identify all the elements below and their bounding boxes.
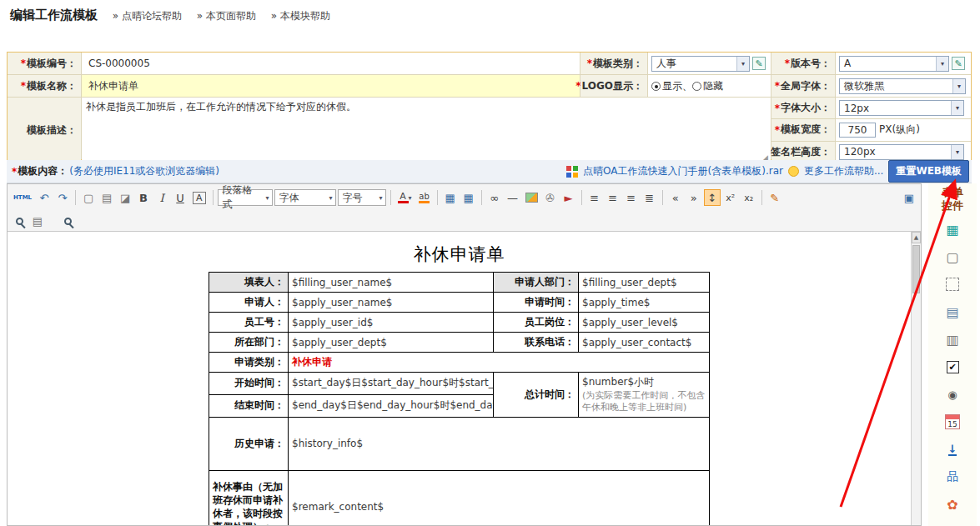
link-button[interactable]: ∞	[486, 189, 503, 206]
outdent-button[interactable]: «	[667, 189, 684, 206]
grid-control-icon[interactable]: ▤	[943, 303, 962, 321]
format-eraser-button[interactable]: ◪	[117, 189, 133, 206]
chevron-down-icon: ▾	[951, 145, 963, 159]
template-type-select[interactable]: 人事 ▾	[651, 56, 750, 72]
chevron-down-icon: ▾	[329, 194, 333, 202]
application-form-table: 填表人： $filling_user_name$ 申请人部门： $filling…	[209, 272, 710, 525]
border-text-button[interactable]: A	[193, 192, 206, 204]
font-family-select[interactable]: 字体 ▾	[274, 189, 336, 206]
document-title: 补休申请单	[8, 243, 911, 266]
template-desc-textarea[interactable]: 补休是指员工加班后，在工作允许的情况下给予对应的休假。 ◢	[82, 98, 771, 163]
required-mark: *	[775, 103, 780, 114]
logo-show-radio[interactable]	[651, 82, 661, 91]
textarea-control-icon[interactable]	[943, 275, 962, 293]
reset-web-template-button[interactable]: 重置WEB模板	[888, 160, 969, 183]
template-desc-label: 模板描述：	[8, 98, 81, 163]
html-source-button[interactable]: HTML	[11, 189, 34, 206]
edit-category-icon[interactable]: ✎	[752, 57, 766, 70]
required-mark: *	[575, 80, 580, 92]
align-right-button[interactable]: ≡	[623, 189, 640, 206]
new-document-button[interactable]: ▢	[80, 189, 97, 206]
form-grid-control-icon[interactable]: ▦	[943, 220, 962, 238]
chevron-down-icon: ▾	[936, 57, 948, 71]
attachment-button[interactable]: ✇	[542, 189, 559, 206]
required-mark: *	[587, 58, 592, 69]
redo-button[interactable]: ↷	[54, 189, 71, 206]
superscript-button[interactable]: x²	[722, 189, 739, 206]
listview-control-icon[interactable]: ▥	[943, 330, 962, 348]
logo-hide-radio[interactable]	[692, 82, 701, 91]
file-upload-control-icon[interactable]: ↓	[943, 440, 962, 458]
edit-version-icon[interactable]: ✎	[952, 57, 965, 70]
italic-button[interactable]: I	[153, 189, 170, 206]
font-size-select[interactable]: 12px ▾	[839, 100, 964, 116]
breadcrumb-forum-help[interactable]: » 点晴论坛帮助	[113, 10, 182, 22]
magnifier-icon	[64, 218, 72, 225]
chevron-down-icon: ▾	[952, 79, 965, 93]
template-button[interactable]: ▤	[98, 189, 115, 206]
find-replace-button[interactable]	[11, 213, 28, 229]
paste-button[interactable]: ▤	[29, 213, 46, 229]
editor-scrollbar[interactable]: ▲	[911, 232, 921, 525]
template-type-cell: 人事 ▾ ✎	[648, 53, 771, 74]
subscript-button[interactable]: x₂	[741, 189, 757, 206]
table-row: 员工号： $apply_user_id$ 员工岗位： $apply_user_l…	[209, 313, 710, 333]
required-mark: *	[785, 58, 790, 69]
highlight-color-button[interactable]: ab	[416, 189, 433, 206]
line-height-button[interactable]: ↕	[704, 189, 721, 206]
align-justify-button[interactable]: ≣	[641, 189, 658, 206]
indent-button[interactable]: »	[686, 189, 702, 206]
table-row: 开始时间： $start_day$日$start_day_hour$时$star…	[209, 373, 710, 395]
textbox-control-icon[interactable]: ▢	[943, 248, 962, 266]
toolbar-separator	[581, 190, 582, 205]
insert-table-button[interactable]: ▦	[442, 189, 459, 206]
template-no-input[interactable]: CS-0000005	[85, 53, 576, 74]
table-properties-button[interactable]: ▦	[460, 189, 477, 206]
fullscreen-button[interactable]: ▣	[901, 189, 917, 206]
preview-button[interactable]	[59, 213, 76, 229]
editor-canvas[interactable]: 补休申请单 填表人： $filling_user_name$ 申请人部门： $f…	[8, 232, 911, 525]
global-font-select[interactable]: 微软雅黑 ▾	[839, 78, 966, 94]
version-cell: A ▾ ✎	[836, 53, 971, 74]
scrollbar-thumb[interactable]	[912, 245, 920, 293]
total-time-note: (为实际需要工作时间，不包含午休和晚上等非上班时间)	[582, 390, 706, 414]
more-help-link[interactable]: 更多工作流帮助...	[804, 164, 883, 178]
undo-button[interactable]: ↶	[36, 189, 53, 206]
template-width-input[interactable]: 750	[839, 123, 876, 138]
checkbox-control-icon[interactable]: ✔	[943, 358, 962, 376]
required-mark: *	[21, 58, 26, 69]
required-mark: *	[12, 166, 17, 178]
chevron-down-icon: ▾	[379, 194, 383, 202]
template-form: * 模板编号： CS-0000005 * 模板类别： 人事 ▾ ✎ * 版本号：…	[7, 52, 972, 160]
radio-control-icon[interactable]: ◉	[943, 385, 962, 403]
logo-show-label[interactable]: 显示	[662, 79, 682, 93]
bold-button[interactable]: B	[135, 189, 152, 206]
global-font-cell: 微软雅黑 ▾	[836, 75, 971, 97]
paragraph-format-select[interactable]: 段落格式 ▾	[218, 189, 273, 206]
toolbar-separator	[390, 190, 391, 205]
font-size-toolbar-select[interactable]: 字号 ▾	[338, 189, 386, 206]
scrollbar-up-icon[interactable]: ▲	[912, 232, 921, 243]
logo-display-label: * LOGO显示：	[580, 75, 647, 97]
logo-hide-label[interactable]: 隐藏	[703, 79, 723, 93]
horizontal-rule-button[interactable]: —	[505, 189, 521, 206]
org-select-control-icon[interactable]: 品	[943, 468, 962, 486]
align-left-button[interactable]: ≡	[586, 189, 603, 206]
datepicker-control-icon[interactable]: 15	[943, 413, 962, 431]
form-controls-title: 表单 控件	[928, 186, 977, 212]
toolbar-separator	[213, 190, 214, 205]
breadcrumb-module-help[interactable]: » 本模块帮助	[271, 10, 330, 22]
align-center-button[interactable]: ≡	[605, 189, 621, 206]
underline-button[interactable]: U	[172, 189, 188, 206]
media-button[interactable]: ►	[560, 189, 577, 206]
template-content-bar: * 模板内容： (务必使用IE11或谷歌浏览器编辑) 点晴OA工作流快速入门手册…	[7, 160, 972, 183]
manual-download-link[interactable]: 点晴OA工作流快速入门手册(含表单模板).rar	[583, 164, 783, 178]
font-color-button[interactable]: A ▾	[395, 189, 415, 206]
signature-height-select[interactable]: 120px ▾	[839, 144, 964, 160]
widget-control-icon[interactable]: ✿	[943, 495, 962, 513]
image-button[interactable]	[523, 189, 540, 206]
version-select[interactable]: A ▾	[839, 56, 949, 72]
breadcrumb-page-help[interactable]: » 本页面帮助	[197, 10, 256, 22]
format-brush-button[interactable]: ✎	[766, 189, 783, 206]
template-name-input[interactable]: 补休申请单	[85, 75, 576, 97]
